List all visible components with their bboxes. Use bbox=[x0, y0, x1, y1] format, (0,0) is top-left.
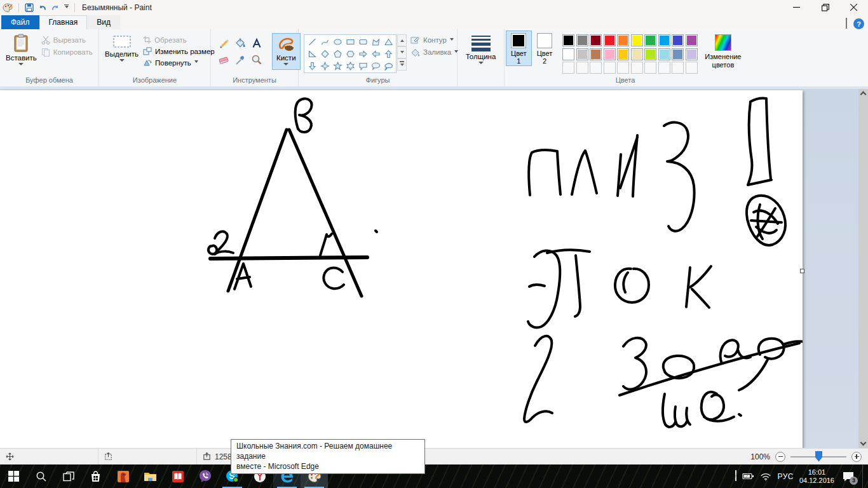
color-swatch[interactable] bbox=[576, 48, 588, 60]
color-swatch[interactable] bbox=[658, 34, 670, 46]
language-indicator[interactable]: РУС bbox=[777, 472, 794, 481]
size-button[interactable]: Толщина bbox=[461, 30, 501, 69]
arrow-up-shape-icon[interactable] bbox=[382, 48, 395, 60]
action-center-button[interactable]: 3 bbox=[840, 469, 857, 484]
callout-rect-shape-icon[interactable] bbox=[356, 60, 369, 72]
curve-shape-icon[interactable] bbox=[318, 36, 331, 48]
empty-color-swatch[interactable] bbox=[590, 62, 602, 74]
arrow-left-shape-icon[interactable] bbox=[369, 48, 382, 60]
close-button[interactable] bbox=[839, 0, 868, 15]
text-tool[interactable] bbox=[249, 36, 264, 51]
empty-color-swatch[interactable] bbox=[644, 62, 656, 74]
crop-button[interactable]: Обрезать bbox=[143, 36, 215, 44]
zoom-in-button[interactable] bbox=[851, 452, 862, 462]
tab-home[interactable]: Главная bbox=[39, 15, 88, 29]
callout-cloud-shape-icon[interactable] bbox=[382, 60, 395, 72]
polygon-shape-icon[interactable] bbox=[369, 36, 382, 48]
tab-view[interactable]: Вид bbox=[87, 15, 120, 29]
callout-oval-shape-icon[interactable] bbox=[369, 60, 382, 72]
windows-store-button[interactable] bbox=[82, 464, 109, 488]
line-shape-icon[interactable] bbox=[306, 36, 318, 48]
paste-button[interactable]: Вставить bbox=[1, 30, 41, 70]
color-swatch[interactable] bbox=[604, 48, 616, 60]
empty-color-swatch[interactable] bbox=[562, 62, 574, 74]
outline-button[interactable]: Контур bbox=[410, 36, 458, 44]
tray-overflow-button[interactable] bbox=[735, 471, 736, 481]
collapse-ribbon-button[interactable] bbox=[846, 19, 847, 29]
color1-button[interactable]: Цвет 1 bbox=[506, 30, 532, 66]
zoom-slider-thumb[interactable] bbox=[815, 451, 822, 462]
arrow-right-shape-icon[interactable] bbox=[356, 48, 369, 60]
magnifier-tool[interactable] bbox=[249, 52, 264, 67]
pencil-tool[interactable] bbox=[216, 36, 231, 51]
edit-colors-button[interactable]: Изменение цветов bbox=[702, 30, 745, 69]
color2-button[interactable]: Цвет 2 bbox=[532, 30, 558, 66]
shape-fill-button[interactable]: Заливка bbox=[410, 48, 458, 57]
color-swatch[interactable] bbox=[590, 48, 602, 60]
rounded-rectangle-shape-icon[interactable] bbox=[356, 36, 369, 48]
undo-button[interactable] bbox=[37, 3, 47, 11]
hexagon-shape-icon[interactable] bbox=[344, 48, 356, 60]
star-5-shape-icon[interactable] bbox=[331, 60, 344, 72]
eraser-tool[interactable] bbox=[216, 52, 231, 67]
redo-button[interactable] bbox=[51, 3, 60, 11]
vertical-scrollbar[interactable] bbox=[858, 89, 868, 448]
file-explorer-button[interactable] bbox=[137, 464, 164, 488]
color-swatch[interactable] bbox=[590, 34, 602, 46]
rotate-button[interactable]: Повернуть bbox=[143, 58, 215, 67]
color-swatch[interactable] bbox=[562, 48, 574, 60]
minimize-button[interactable] bbox=[782, 0, 811, 15]
reader-app-button[interactable] bbox=[164, 464, 191, 488]
wifi-icon[interactable] bbox=[760, 472, 771, 481]
empty-color-swatch[interactable] bbox=[631, 62, 643, 74]
cut-button[interactable]: Вырезать bbox=[41, 36, 93, 44]
zoom-slider[interactable] bbox=[790, 456, 846, 458]
color-swatch[interactable] bbox=[644, 48, 656, 60]
fill-tool[interactable] bbox=[233, 36, 248, 51]
clock[interactable]: 16:01 04.12.2016 bbox=[799, 468, 834, 485]
start-button[interactable] bbox=[0, 464, 27, 488]
star-6-shape-icon[interactable] bbox=[344, 60, 356, 72]
resize-button[interactable]: Изменить размер bbox=[143, 47, 215, 55]
color-swatch[interactable] bbox=[658, 48, 670, 60]
color-swatch[interactable] bbox=[672, 48, 684, 60]
diamond-shape-icon[interactable] bbox=[318, 48, 331, 60]
color-swatch[interactable] bbox=[672, 34, 684, 46]
empty-color-swatch[interactable] bbox=[658, 62, 670, 74]
canvas-resize-handle[interactable] bbox=[800, 269, 804, 273]
color-picker-tool[interactable] bbox=[233, 52, 248, 67]
right-triangle-shape-icon[interactable] bbox=[306, 48, 318, 60]
color-swatch[interactable] bbox=[631, 34, 643, 46]
shapes-more-button[interactable] bbox=[397, 58, 407, 71]
copy-button[interactable]: Копировать bbox=[41, 48, 93, 57]
help-button[interactable]: ? bbox=[853, 18, 864, 29]
task-view-button[interactable] bbox=[55, 464, 82, 488]
search-button[interactable] bbox=[27, 464, 55, 488]
empty-color-swatch[interactable] bbox=[604, 62, 616, 74]
empty-color-swatch[interactable] bbox=[576, 62, 588, 74]
shapes-scroll-up-button[interactable] bbox=[397, 34, 407, 46]
empty-color-swatch[interactable] bbox=[686, 62, 698, 74]
brushes-button[interactable]: Кисти bbox=[272, 33, 301, 70]
rectangle-shape-icon[interactable] bbox=[344, 36, 356, 48]
color-swatch[interactable] bbox=[604, 34, 616, 46]
color-swatch[interactable] bbox=[631, 48, 643, 60]
star-4-shape-icon[interactable] bbox=[318, 60, 331, 72]
color-swatch[interactable] bbox=[562, 34, 574, 46]
empty-color-swatch[interactable] bbox=[672, 62, 684, 74]
customize-qat-button[interactable] bbox=[64, 4, 69, 11]
show-desktop-button[interactable] bbox=[862, 464, 865, 488]
color-swatch[interactable] bbox=[644, 34, 656, 46]
battery-icon[interactable] bbox=[742, 472, 754, 480]
tab-file[interactable]: Файл bbox=[1, 15, 39, 29]
arrow-down-shape-icon[interactable] bbox=[306, 60, 318, 72]
triangle-shape-icon[interactable] bbox=[382, 36, 395, 48]
select-button[interactable]: Выделить bbox=[100, 30, 143, 66]
save-button[interactable] bbox=[25, 3, 34, 12]
color-swatch[interactable] bbox=[686, 48, 698, 60]
shapes-scroll-down-button[interactable] bbox=[397, 46, 407, 58]
color-swatch[interactable] bbox=[617, 48, 629, 60]
empty-color-swatch[interactable] bbox=[617, 62, 629, 74]
pentagon-shape-icon[interactable] bbox=[331, 48, 344, 60]
people-app-button[interactable] bbox=[109, 464, 137, 488]
